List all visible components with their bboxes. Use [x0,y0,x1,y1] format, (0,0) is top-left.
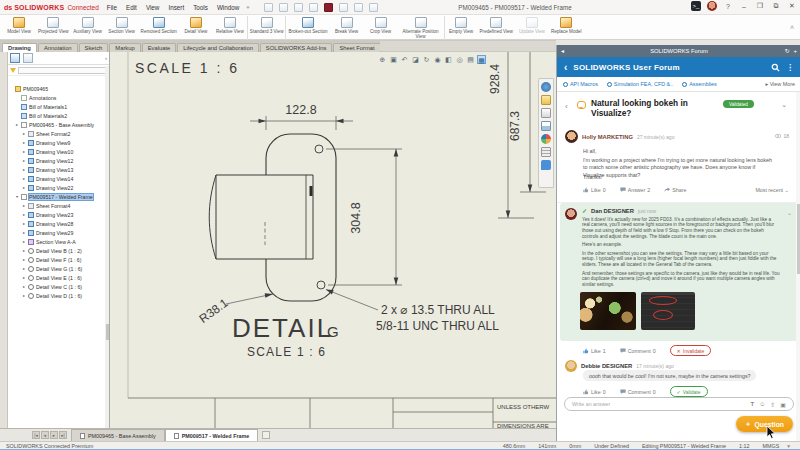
search-icon[interactable] [771,63,780,72]
hole-top[interactable] [315,145,323,153]
tree-item[interactable]: Bill of Materials1 [8,102,109,111]
camera-settings-thumbnail[interactable] [641,292,695,330]
sheet-tab[interactable]: PM009465 - Base Assembly [71,429,165,441]
3dexperience-search-icon[interactable]: >_ [691,1,701,11]
sheet-tab[interactable]: PM009517 - Welded Frame [165,429,259,441]
share-button[interactable]: Share [664,187,686,193]
menu-item[interactable]: File [107,4,117,11]
sheet-nav-buttons[interactable]: |◂◂▸▸| [32,431,67,439]
command-button[interactable]: Predefined View [478,16,515,40]
ribbon-tab[interactable]: SOLIDWORKS Add-Ins [260,43,333,52]
community-tab[interactable]: Assemblies [682,81,717,87]
view-more-link[interactable]: ▸ View More [765,81,795,87]
tree-item[interactable]: ▸ Drawing View23 [8,210,109,219]
view-tool-icon[interactable] [400,55,409,64]
tree-item[interactable]: ▸ Detail View D (1 : 6) [8,291,109,300]
avatar[interactable] [565,130,578,143]
close-button[interactable]: ✕ [787,2,797,10]
thread-back-icon[interactable]: ‹ [565,102,568,111]
panel-close-icon[interactable]: + [793,45,797,57]
command-button[interactable]: Standard 3 View [247,16,286,40]
tree-item[interactable]: ▸ Drawing View14 [8,174,109,183]
tree-item[interactable]: ▸ Drawing View29 [8,228,109,237]
avatar[interactable] [565,208,577,220]
task-pane-icon[interactable] [541,121,551,131]
new-question-button[interactable]: ＋ Question [736,416,793,432]
command-button[interactable]: Update View [515,16,549,40]
tree-item[interactable]: ▸ Drawing View22 [8,183,109,192]
task-pane-icon[interactable] [541,160,551,170]
upload-icon[interactable]: ⇧ [770,401,775,408]
user-avatar[interactable] [707,1,717,11]
collapse-ribbon-icon[interactable]: ˄ [790,16,798,31]
command-button[interactable]: Alternate Position View [398,16,444,40]
view-tool-icon[interactable] [389,55,398,64]
command-button[interactable]: Auxiliary View [71,16,105,40]
kebab-menu-icon[interactable]: ⋮ [786,63,794,72]
panel-dock-icon[interactable]: ◂ [561,45,564,57]
ribbon-tab[interactable]: Drawing [2,43,37,52]
thread-collapse-icon[interactable]: ⌄ [781,101,787,109]
hole-bottom[interactable] [317,281,325,289]
community-tab[interactable]: API Macros [563,81,598,87]
tube-body[interactable] [216,175,313,259]
comment-button[interactable]: Comment 0 [620,389,656,395]
task-pane-icon[interactable] [541,95,551,105]
answer-button[interactable]: Answer 2 [620,187,651,193]
restore-button[interactable]: ❐ [755,2,765,10]
text-format-icon[interactable]: T [750,401,754,407]
ribbon-tab[interactable]: Sketch [79,43,109,52]
ribbon-tab[interactable]: Lifecycle and Collaboration [177,43,259,52]
panel-collapse-icon[interactable]: › [105,55,107,61]
menu-item[interactable]: Window [217,4,239,11]
like-button[interactable]: Like 0 [583,187,606,193]
command-button[interactable]: Break View [330,16,364,40]
command-button[interactable]: Projected View [36,16,71,40]
quick-access-icon[interactable] [369,3,378,12]
view-tool-icon[interactable] [455,55,464,64]
view-tool-icon[interactable] [411,55,420,64]
answer-collapse-icon[interactable]: ⌄ [787,209,792,216]
comment-button[interactable]: Comment 0 [620,348,656,354]
tree-item[interactable]: ▸ PM009465 - Base Assembly [8,120,109,129]
tree-item[interactable]: ▸ Detail View C (1 : 6) [8,282,109,291]
thread-title[interactable]: Natural looking bokeh in Visualize? [591,98,717,119]
tree-item[interactable]: ▸ Drawing View28 [8,219,109,228]
hole-callout-line2[interactable]: 5/8-11 UNC THRU ALL [376,319,499,333]
tree-item[interactable]: ▸ Drawing View10 [8,147,109,156]
invalidate-button[interactable]: ✕ Invalidate [670,345,712,356]
upper-view-scale-label[interactable]: SCALE 1 : 6 [135,60,240,76]
sort-dropdown[interactable]: Most recent ⌄ [755,187,789,193]
tree-item[interactable]: ▸ Sheet Format2 [8,129,109,138]
emoji-icon[interactable]: ☺ [759,401,765,407]
ribbon-tab[interactable]: Annotation [38,43,78,52]
command-button[interactable]: Replace Model [549,16,584,40]
drawing-sheet[interactable]: UNLESS OTHERW DIMENSIONS ARE SCALE 1 : 6… [110,52,556,428]
tree-item[interactable]: ▸ Drawing View13 [8,165,109,174]
tree-item[interactable]: ▸ Drawing View9 [8,138,109,147]
minimize-button[interactable]: – [739,3,749,10]
tree-item[interactable]: ▸ Detail View B (1 : 2) [8,246,109,255]
quick-access-icon[interactable] [354,3,363,12]
back-icon[interactable]: ‹ [564,62,567,73]
pin-icon[interactable]: ⌖ [246,4,249,11]
drawing-graphics-area[interactable]: UNLESS OTHERW DIMENSIONS ARE SCALE 1 : 6… [110,52,556,428]
view-tool-icon[interactable] [378,55,387,64]
dim-width[interactable]: 122.8 [285,103,316,117]
answer-author[interactable]: Dan DESIGNER [591,208,634,214]
filter-icon[interactable] [10,68,16,73]
tree-item[interactable]: ▸ Detail View F (1 : 6) [8,255,109,264]
like-button[interactable]: Like 1 [583,348,606,354]
quick-access-icon[interactable] [339,3,348,12]
command-button[interactable]: Detail View [179,16,213,40]
property-manager-tab-icon[interactable] [23,53,33,63]
tree-item[interactable]: PM009465 [8,84,109,93]
tree-filter-input[interactable] [18,67,107,74]
dim-secondary[interactable]: 687.3 [508,111,522,141]
quick-access-icon[interactable] [264,3,273,12]
command-button[interactable]: Crop View [364,16,398,40]
ribbon-tab[interactable]: Markup [109,43,140,52]
answer-input[interactable]: Write an answer T ☺ ⇧ ▣ [564,397,794,411]
dim-height[interactable]: 304.8 [349,202,363,233]
quick-access-icon[interactable] [324,3,333,12]
